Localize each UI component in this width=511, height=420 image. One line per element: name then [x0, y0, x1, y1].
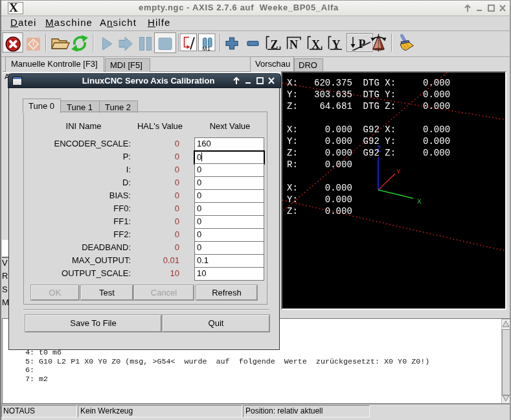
svg-text:P: P: [359, 38, 366, 51]
svg-text:M1: M1: [202, 45, 210, 52]
svg-text:N: N: [290, 38, 298, 51]
